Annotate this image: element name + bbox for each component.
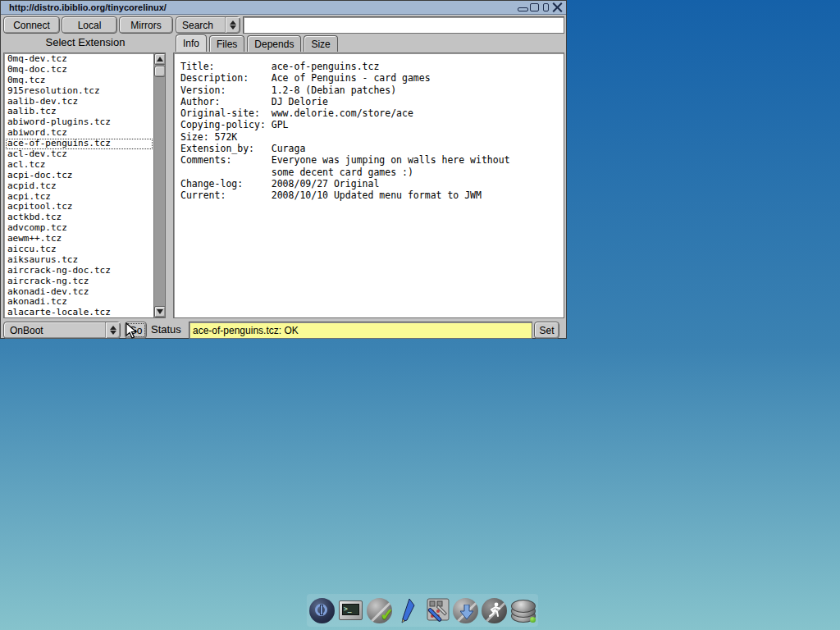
terminal-icon[interactable]: >_ <box>337 597 364 624</box>
set-button[interactable]: Set <box>534 322 559 339</box>
shade-icon[interactable] <box>541 2 551 12</box>
info-line: Author: DJ Delorie <box>180 96 564 107</box>
choice-arrows-icon[interactable] <box>105 322 120 338</box>
power-icon[interactable] <box>308 597 336 624</box>
appbrowser-window: http://distro.ibiblio.org/tinycorelinux/… <box>0 0 567 339</box>
search-mode-value: Search <box>182 20 213 31</box>
status-bar: OnBoot Go Status ace-of-penguins.tcz: OK… <box>1 321 568 340</box>
list-item[interactable]: 915resolution.tcz <box>6 86 153 97</box>
list-item[interactable]: alacarte-locale.tcz <box>6 308 153 318</box>
list-item[interactable]: acpid.tcz <box>6 181 153 192</box>
info-line: Version: 1.2-8 (Debian patches) <box>180 84 564 96</box>
editor-pen-icon[interactable] <box>395 597 422 624</box>
tab-files[interactable]: Files <box>209 35 244 52</box>
info-line: Comments: Everyone was jumping on walls … <box>180 154 564 166</box>
maximize-icon[interactable] <box>529 2 540 12</box>
dock: >_ ✓ <box>307 594 538 627</box>
info-line: Current: 2008/10/10 Updated menu format … <box>180 189 564 201</box>
extension-list-items: 0mq-dev.tcz0mq-doc.tcz0mq.tcz915resoluti… <box>6 54 153 317</box>
scrollbar-thumb[interactable] <box>154 66 166 77</box>
extension-list[interactable]: 0mq-dev.tcz0mq-doc.tcz0mq.tcz915resoluti… <box>3 52 166 318</box>
list-item[interactable]: 0mq-dev.tcz <box>6 54 153 65</box>
close-icon[interactable] <box>552 2 563 12</box>
info-line: Size: 572K <box>180 131 564 143</box>
info-panel: Title: ace-of-penguins.tczDescription: A… <box>173 52 564 318</box>
info-line: Description: Ace of Penguins - card game… <box>180 72 564 84</box>
install-mode-value: OnBoot <box>10 325 43 336</box>
list-item[interactable]: aircrack-ng-doc.tcz <box>6 266 153 276</box>
info-line: Title: ace-of-penguins.tcz <box>180 61 564 72</box>
connect-button[interactable]: Connect <box>3 16 60 34</box>
titlebar[interactable]: http://distro.ibiblio.org/tinycorelinux/ <box>1 1 566 15</box>
list-item[interactable]: aircrack-ng.tcz <box>6 276 153 287</box>
status-field[interactable]: ace-of-penguins.tcz: OK <box>189 322 532 339</box>
tab-depends[interactable]: Depends <box>247 35 301 52</box>
mirrors-button[interactable]: Mirrors <box>119 16 173 34</box>
list-item[interactable]: acpi-doc.tcz <box>6 171 153 181</box>
run-icon[interactable] <box>481 597 508 624</box>
minimize-icon[interactable] <box>518 2 528 12</box>
list-scrollbar[interactable] <box>153 53 165 317</box>
select-extension-label: Select Extension <box>1 36 170 48</box>
tab-size[interactable]: Size <box>304 35 337 52</box>
status-label: Status <box>151 323 181 336</box>
appbrowser-download-icon[interactable] <box>452 597 479 624</box>
list-item[interactable]: acl-dev.tcz <box>6 149 153 160</box>
control-panel-icon[interactable] <box>423 597 450 624</box>
mount-drive-icon[interactable] <box>509 597 536 624</box>
tab-bar: Info Files Depends Size <box>176 34 338 52</box>
search-mode-select[interactable]: Search <box>176 16 240 34</box>
info-line: some decent card games :) <box>180 167 564 178</box>
list-item[interactable]: acl.tcz <box>6 160 153 171</box>
info-line: Original-site: www.delorie.com/store/ace <box>180 107 564 119</box>
mouse-cursor <box>126 322 139 340</box>
scroll-up-icon[interactable] <box>154 53 166 65</box>
list-item[interactable]: 0mq-doc.tcz <box>6 65 153 75</box>
window-title: http://distro.ibiblio.org/tinycorelinux/ <box>9 2 518 12</box>
search-input[interactable] <box>243 16 564 34</box>
apps-check-icon[interactable]: ✓ <box>366 597 393 624</box>
choice-arrows-icon[interactable] <box>225 17 240 33</box>
list-item[interactable]: aiksaurus.tcz <box>6 255 153 266</box>
install-mode-select[interactable]: OnBoot <box>3 322 121 339</box>
local-button[interactable]: Local <box>62 16 117 34</box>
list-item[interactable]: 0mq.tcz <box>6 75 153 86</box>
scroll-down-icon[interactable] <box>154 306 166 317</box>
tab-info[interactable]: Info <box>176 34 207 52</box>
desktop: { "window": { "title": "http://distro.ib… <box>0 0 840 630</box>
info-line: Change-log: 2008/09/27 Original <box>180 178 564 189</box>
info-line: Extension_by: Curaga <box>180 143 564 154</box>
list-item[interactable]: aiccu.tcz <box>6 244 153 255</box>
info-line: Copying-policy: GPL <box>180 119 564 130</box>
